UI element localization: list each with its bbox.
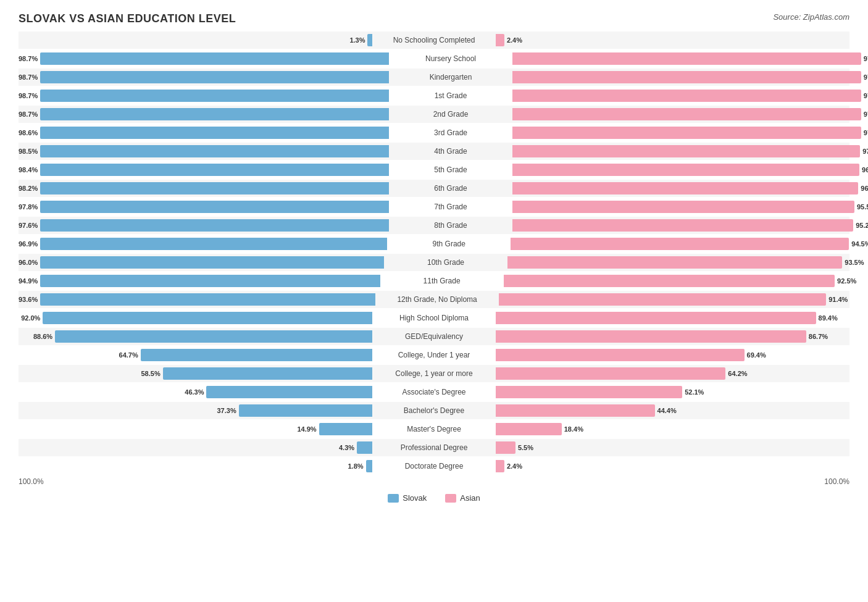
bar-row: 92.0% High School Diploma 89.4%: [19, 309, 849, 327]
right-value: 93.5%: [845, 259, 864, 266]
bar-pink: [496, 460, 504, 472]
legend-slovak: Slovak: [388, 493, 427, 503]
category-label: College, Under 1 year: [372, 351, 496, 359]
chart-area: 1.3% No Schooling Completed 2.4% 98.7% N…: [19, 31, 849, 475]
left-value: 93.6%: [19, 296, 38, 303]
category-label: GED/Equivalency: [372, 332, 496, 341]
left-value: 98.7%: [19, 55, 38, 62]
category-label: Nursery School: [389, 54, 512, 63]
bar-blue: [40, 238, 387, 250]
bar-pink: [512, 219, 853, 232]
left-value: 94.9%: [19, 277, 38, 285]
category-label: 10th Grade: [384, 258, 507, 267]
right-section: 96.9%: [512, 161, 868, 178]
bar-row: 4.3% Professional Degree 5.5%: [19, 439, 849, 456]
category-label: Kindergarten: [389, 73, 512, 82]
right-section: 97.1%: [512, 143, 868, 160]
right-value: 5.5%: [518, 444, 533, 451]
bar-blue: [43, 312, 372, 324]
bar-row: 93.6% 12th Grade, No Diploma 91.4%: [19, 291, 849, 308]
left-value: 46.3%: [185, 388, 204, 396]
source-label: Source: ZipAtlas.com: [773, 12, 849, 22]
right-section: 86.7%: [496, 328, 849, 345]
legend-asian-color: [445, 494, 456, 503]
right-value: 69.4%: [747, 351, 766, 359]
left-section: 98.6%: [19, 124, 389, 141]
bar-pink: [504, 275, 835, 287]
bar-pink: [512, 71, 861, 83]
pink-bar-outer: 92.5%: [504, 272, 857, 290]
bar-pink: [507, 256, 842, 269]
left-value: 98.2%: [19, 185, 38, 192]
blue-bar-outer: 14.9%: [19, 420, 372, 438]
bar-pink: [496, 330, 806, 343]
left-section: 98.5%: [19, 143, 389, 160]
right-section: 97.6%: [512, 87, 868, 104]
bar-blue: [367, 34, 372, 46]
pink-bar-outer: 89.4%: [496, 309, 849, 327]
left-section: 98.2%: [19, 180, 389, 197]
category-label: 3rd Grade: [389, 128, 512, 137]
bar-blue: [163, 367, 372, 380]
right-section: 95.5%: [512, 198, 868, 215]
left-section: 46.3%: [19, 383, 372, 401]
chart-container: SLOVAK VS ASIAN EDUCATION LEVEL Source: …: [0, 0, 868, 602]
bar-row: 1.8% Doctorate Degree 2.4%: [19, 458, 849, 475]
bar-blue: [40, 164, 389, 176]
bar-blue: [239, 404, 372, 417]
category-label: 1st Grade: [389, 91, 512, 100]
right-value: 94.5%: [851, 240, 868, 248]
pink-bar-outer: 2.4%: [496, 458, 849, 475]
blue-bar-outer: 98.7%: [19, 87, 389, 104]
left-value: 1.8%: [348, 462, 363, 470]
bar-blue: [357, 441, 372, 454]
bar-blue: [40, 256, 384, 269]
category-label: 8th Grade: [389, 221, 512, 230]
right-value: 97.4%: [864, 129, 868, 136]
bar-blue: [40, 275, 380, 287]
bar-row: 97.8% 7th Grade 95.5%: [19, 198, 849, 215]
left-value: 98.7%: [19, 92, 38, 99]
right-section: 2.4%: [496, 31, 849, 49]
right-section: 92.5%: [504, 272, 857, 290]
bar-row: 98.2% 6th Grade 96.6%: [19, 180, 849, 197]
legend-asian-label: Asian: [460, 493, 480, 503]
right-value: 18.4%: [564, 425, 583, 433]
left-section: 1.3%: [19, 31, 372, 49]
pink-bar-outer: 64.2%: [496, 365, 849, 382]
category-label: 4th Grade: [389, 147, 512, 156]
blue-bar-outer: 97.8%: [19, 198, 389, 215]
category-label: 2nd Grade: [389, 110, 512, 119]
right-value: 96.6%: [861, 185, 868, 192]
left-section: 98.7%: [19, 50, 389, 67]
right-section: 69.4%: [496, 346, 849, 364]
bar-blue: [40, 127, 389, 139]
category-label: 7th Grade: [389, 203, 512, 211]
right-value: 86.7%: [809, 333, 828, 340]
right-value: 44.4%: [657, 407, 677, 414]
right-section: 94.5%: [511, 235, 868, 253]
axis-left-label: 100.0%: [19, 477, 375, 486]
bar-row: 98.7% Kindergarten 97.6%: [19, 69, 849, 86]
category-label: High School Diploma: [372, 314, 496, 322]
right-section: 64.2%: [496, 365, 849, 382]
pink-bar-outer: 95.2%: [512, 217, 868, 234]
right-value: 52.1%: [685, 388, 704, 396]
blue-bar-outer: 1.8%: [19, 458, 372, 475]
category-label: 5th Grade: [389, 165, 512, 174]
right-section: 97.4%: [512, 124, 868, 141]
left-section: 92.0%: [19, 309, 372, 327]
bar-pink: [512, 164, 859, 176]
legend-asian: Asian: [445, 493, 480, 503]
bar-pink: [496, 441, 515, 454]
category-label: Bachelor's Degree: [372, 406, 496, 415]
pink-bar-outer: 97.6%: [512, 87, 868, 104]
left-value: 37.3%: [217, 407, 236, 414]
axis-row: 100.0% 100.0%: [19, 477, 849, 486]
bar-blue: [40, 145, 389, 157]
bar-row: 1.3% No Schooling Completed 2.4%: [19, 31, 849, 49]
left-section: 98.7%: [19, 87, 389, 104]
left-value: 97.6%: [19, 222, 38, 229]
bar-pink: [496, 404, 655, 417]
bar-pink: [511, 238, 849, 250]
